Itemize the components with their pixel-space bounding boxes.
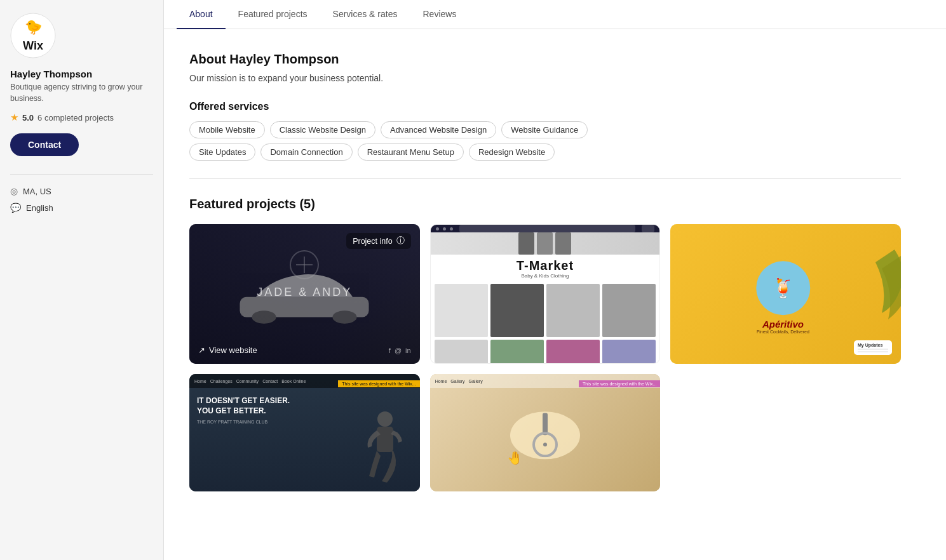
tmarket-layout: T-Market Baby & Kids Clothing: [431, 225, 660, 363]
location-icon: ◎: [10, 186, 18, 196]
service-tag-mobile-website[interactable]: Mobile Website: [189, 121, 265, 138]
service-tag-domain-connection[interactable]: Domain Connection: [260, 143, 352, 161]
nav-item-services-rates[interactable]: Services & rates: [320, 0, 410, 29]
provider-name: Hayley Thompson: [10, 69, 153, 79]
info-icon: ⓘ: [396, 236, 405, 246]
fitness-headline1: IT DOESN'T GET EASIER.: [197, 396, 290, 406]
sidebar-divider: [10, 174, 153, 175]
tmarket-products: [431, 280, 660, 364]
service-tag-website-guidance[interactable]: Website Guidance: [501, 121, 588, 138]
fitness-person: [363, 406, 407, 491]
tmarket-brand-name: T-Market: [431, 258, 660, 273]
aperitivo-brand-name: Apéritivo: [762, 319, 804, 330]
tmarket-nav: [431, 225, 660, 232]
services-tags: Mobile Website Classic Website Design Ad…: [189, 121, 901, 138]
project-card-fitness[interactable]: HomeChallengesCommunityContactBook Onlin…: [189, 374, 420, 491]
svg-text:🐤: 🐤: [25, 18, 43, 36]
service-tag-classic-website-design[interactable]: Classic Website Design: [270, 121, 375, 138]
fitness-club: THE ROY PRATT TRAINING CLUB: [197, 420, 290, 424]
drink-icon: 🍹: [771, 277, 795, 299]
view-website-button[interactable]: ↗ View website: [198, 345, 257, 355]
project-card-dough[interactable]: HomeGalleryGallery This site was designe…: [430, 374, 661, 491]
fitness-headline2: YOU GET BETTER.: [197, 406, 290, 417]
language-item: 💬 English: [10, 203, 153, 213]
svg-text:Wix: Wix: [23, 39, 43, 52]
aperitivo-center: 🍹 Apéritivo Finest Cocktails, Delivered: [756, 261, 810, 334]
service-tag-restaurant-menu-setup[interactable]: Restaurant Menu Setup: [358, 143, 464, 161]
project-card-tmarket[interactable]: T-Market Baby & Kids Clothing: [430, 224, 661, 364]
view-website-label: View website: [209, 345, 257, 355]
svg-point-13: [543, 443, 547, 446]
project-card-aperitivo[interactable]: HomeOrder OnlineReservationLoyalty Progr…: [670, 224, 901, 364]
tmarket-hero: [431, 232, 660, 255]
leaves-decoration: [856, 250, 901, 328]
external-link-icon: ↗: [198, 345, 205, 355]
location-item: ◎ MA, US: [10, 186, 153, 196]
rating-row: ★ 5.0 6 completed projects: [10, 112, 153, 123]
location-value: MA, US: [23, 187, 51, 196]
service-tag-advanced-website-design[interactable]: Advanced Website Design: [381, 121, 496, 138]
main-content: About Featured projects Services & rates…: [164, 0, 946, 560]
svg-rect-10: [377, 427, 393, 452]
nav-item-about[interactable]: About: [177, 0, 226, 29]
about-title: About Hayley Thompson: [189, 52, 901, 67]
services-tags-row2: Site Updates Domain Connection Restauran…: [189, 143, 901, 161]
section-divider: [189, 178, 901, 179]
rating-value: 5.0: [22, 113, 34, 123]
tmarket-brand-area: T-Market Baby & Kids Clothing: [431, 255, 660, 280]
service-tag-redesign-website[interactable]: Redesign Website: [469, 143, 555, 161]
wix-logo: 🐤 Wix: [10, 13, 56, 58]
svg-rect-11: [543, 413, 548, 435]
project-info-badge[interactable]: Project info ⓘ: [346, 233, 411, 249]
aperitivo-updates-card: My Updates: [854, 340, 892, 355]
dough-banner: This site was designed with the Wix...: [579, 380, 660, 387]
dough-center: 🤚: [510, 411, 580, 459]
fitness-banner: This site was designed with the Wix...: [338, 380, 419, 387]
svg-point-9: [377, 411, 393, 427]
top-nav: About Featured projects Services & rates…: [164, 0, 946, 29]
social-icon-1[interactable]: f: [389, 347, 391, 354]
completed-projects: 6 completed projects: [37, 113, 114, 123]
sidebar-meta: ◎ MA, US 💬 English: [10, 186, 153, 213]
language-value: English: [26, 203, 53, 213]
project-bottom-bar: ↗ View website f @ in: [198, 345, 411, 355]
offered-services-title: Offered services: [189, 101, 901, 112]
tmarket-subtitle: Baby & Kids Clothing: [431, 273, 660, 279]
nav-item-reviews[interactable]: Reviews: [410, 0, 469, 29]
sidebar: 🐤 Wix Hayley Thompson Boutique agency st…: [0, 0, 164, 560]
social-icon-2[interactable]: @: [395, 347, 402, 354]
service-tag-site-updates[interactable]: Site Updates: [189, 143, 255, 161]
projects-grid-bottom: HomeChallengesCommunityContactBook Onlin…: [189, 374, 901, 491]
featured-projects-title: Featured projects (5): [189, 197, 901, 211]
about-mission: Our mission is to expand your business p…: [189, 73, 901, 83]
social-icon-3[interactable]: in: [405, 347, 411, 354]
contact-button[interactable]: Contact: [10, 133, 79, 156]
aperitivo-tagline: Finest Cocktails, Delivered: [757, 330, 809, 334]
fitness-text: IT DOESN'T GET EASIER. YOU GET BETTER. T…: [197, 396, 290, 424]
project-car-overlay: Project info ⓘ ↗ View website f @ in: [189, 224, 420, 364]
project-info-label: Project info: [353, 237, 393, 246]
language-icon: 💬: [10, 203, 21, 213]
star-icon: ★: [10, 112, 18, 123]
hand-icon: 🤚: [507, 450, 523, 465]
projects-grid-top: JADE & ANDY Project info ⓘ ↗ View websit…: [189, 224, 901, 364]
provider-tagline: Boutique agency striving to grow your bu…: [10, 82, 153, 104]
content-area: About Hayley Thompson Our mission is to …: [164, 29, 926, 514]
nav-item-featured-projects[interactable]: Featured projects: [226, 0, 320, 29]
project-card-jade-andy[interactable]: JADE & ANDY Project info ⓘ ↗ View websit…: [189, 224, 420, 364]
